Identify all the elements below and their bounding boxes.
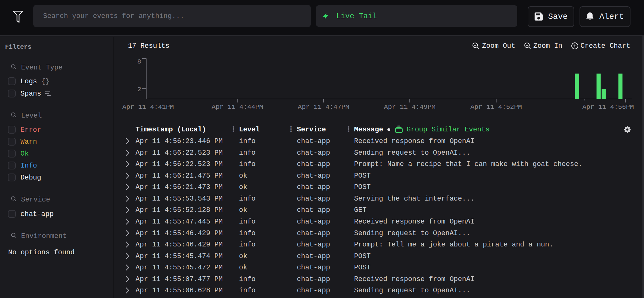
svg-text:Apr 11 4:56PM: Apr 11 4:56PM: [582, 103, 634, 111]
svg-text:2: 2: [137, 86, 141, 93]
svg-text:Apr 11 4:44PM: Apr 11 4:44PM: [212, 103, 263, 111]
svg-text:Apr 11 4:47PM: Apr 11 4:47PM: [298, 103, 349, 111]
svg-text:Apr 11 4:49PM: Apr 11 4:49PM: [384, 103, 436, 111]
svg-text:8: 8: [137, 58, 141, 65]
svg-text:Apr 11 4:41PM: Apr 11 4:41PM: [122, 103, 174, 111]
svg-text:Apr 11 4:52PM: Apr 11 4:52PM: [470, 103, 522, 111]
